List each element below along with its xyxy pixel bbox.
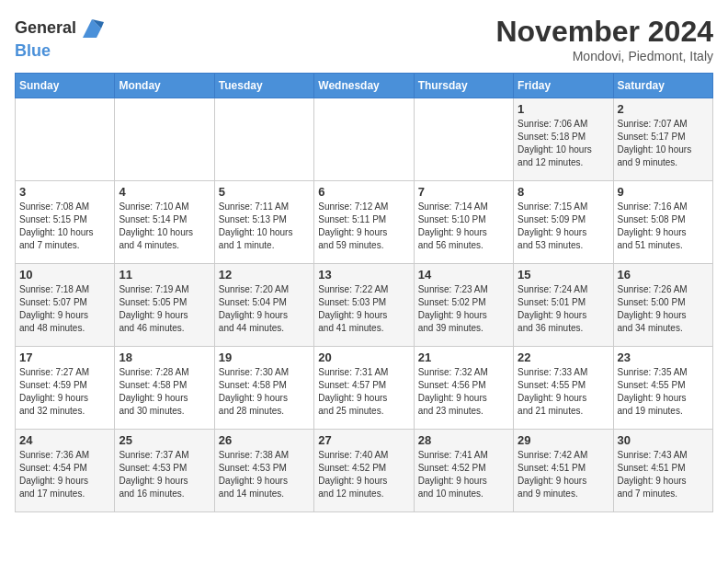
calendar-cell: 18Sunrise: 7:28 AM Sunset: 4:58 PM Dayli… [115, 347, 214, 430]
day-number: 17 [19, 350, 110, 364]
calendar-cell [16, 98, 115, 181]
day-info: Sunrise: 7:31 AM Sunset: 4:57 PM Dayligh… [318, 366, 409, 418]
day-info: Sunrise: 7:19 AM Sunset: 5:05 PM Dayligh… [119, 283, 210, 335]
calendar-cell: 23Sunrise: 7:35 AM Sunset: 4:55 PM Dayli… [613, 347, 712, 430]
day-info: Sunrise: 7:42 AM Sunset: 4:51 PM Dayligh… [518, 449, 609, 500]
weekday-header-tuesday: Tuesday [214, 74, 313, 98]
calendar-cell: 7Sunrise: 7:14 AM Sunset: 5:10 PM Daylig… [414, 181, 513, 264]
day-number: 16 [618, 268, 709, 282]
day-info: Sunrise: 7:27 AM Sunset: 4:59 PM Dayligh… [19, 366, 110, 418]
day-info: Sunrise: 7:43 AM Sunset: 4:51 PM Dayligh… [618, 449, 709, 500]
calendar-cell: 25Sunrise: 7:37 AM Sunset: 4:53 PM Dayli… [115, 430, 214, 512]
title-area: November 2024 Mondovi, Piedmont, Italy [495, 15, 713, 63]
day-info: Sunrise: 7:10 AM Sunset: 5:14 PM Dayligh… [119, 201, 210, 252]
day-number: 9 [618, 185, 709, 199]
day-info: Sunrise: 7:28 AM Sunset: 4:58 PM Dayligh… [119, 366, 210, 418]
day-number: 6 [318, 185, 409, 199]
calendar-cell: 19Sunrise: 7:30 AM Sunset: 4:58 PM Dayli… [214, 347, 313, 430]
header: General Blue November 2024 Mondovi, Pied… [15, 15, 713, 63]
calendar-cell: 26Sunrise: 7:38 AM Sunset: 4:53 PM Dayli… [214, 430, 313, 512]
logo: General Blue [15, 15, 106, 61]
day-number: 30 [618, 433, 709, 447]
day-number: 2 [618, 102, 709, 116]
weekday-header-thursday: Thursday [414, 74, 513, 98]
calendar-cell: 8Sunrise: 7:15 AM Sunset: 5:09 PM Daylig… [514, 181, 613, 264]
day-info: Sunrise: 7:18 AM Sunset: 5:07 PM Dayligh… [19, 283, 110, 335]
day-number: 27 [318, 433, 409, 447]
week-row-2: 3Sunrise: 7:08 AM Sunset: 5:15 PM Daylig… [16, 181, 713, 264]
logo-general: General [15, 19, 76, 38]
day-number: 14 [418, 268, 509, 282]
day-info: Sunrise: 7:41 AM Sunset: 4:52 PM Dayligh… [418, 449, 509, 500]
calendar-cell: 27Sunrise: 7:40 AM Sunset: 4:52 PM Dayli… [314, 430, 414, 512]
day-number: 29 [518, 433, 609, 447]
day-info: Sunrise: 7:37 AM Sunset: 4:53 PM Dayligh… [119, 449, 210, 500]
calendar-cell: 28Sunrise: 7:41 AM Sunset: 4:52 PM Dayli… [414, 430, 513, 512]
day-number: 3 [19, 185, 110, 199]
calendar-cell: 2Sunrise: 7:07 AM Sunset: 5:17 PM Daylig… [613, 98, 712, 181]
calendar-cell: 3Sunrise: 7:08 AM Sunset: 5:15 PM Daylig… [16, 181, 115, 264]
calendar-cell [314, 98, 414, 181]
day-number: 18 [119, 350, 210, 364]
day-number: 25 [119, 433, 210, 447]
day-number: 11 [119, 268, 210, 282]
calendar-cell: 29Sunrise: 7:42 AM Sunset: 4:51 PM Dayli… [514, 430, 613, 512]
day-number: 19 [219, 350, 310, 364]
calendar-cell: 15Sunrise: 7:24 AM Sunset: 5:01 PM Dayli… [514, 264, 613, 347]
day-info: Sunrise: 7:07 AM Sunset: 5:17 PM Dayligh… [618, 118, 709, 169]
calendar-cell: 4Sunrise: 7:10 AM Sunset: 5:14 PM Daylig… [115, 181, 214, 264]
day-info: Sunrise: 7:26 AM Sunset: 5:00 PM Dayligh… [618, 283, 709, 335]
day-number: 12 [219, 268, 310, 282]
day-info: Sunrise: 7:14 AM Sunset: 5:10 PM Dayligh… [418, 201, 509, 252]
weekday-header-wednesday: Wednesday [314, 74, 414, 98]
day-info: Sunrise: 7:40 AM Sunset: 4:52 PM Dayligh… [318, 449, 409, 500]
week-row-3: 10Sunrise: 7:18 AM Sunset: 5:07 PM Dayli… [16, 264, 713, 347]
day-info: Sunrise: 7:08 AM Sunset: 5:15 PM Dayligh… [19, 201, 110, 252]
calendar-cell: 17Sunrise: 7:27 AM Sunset: 4:59 PM Dayli… [16, 347, 115, 430]
day-number: 26 [219, 433, 310, 447]
logo-icon [78, 15, 106, 42]
day-number: 23 [618, 350, 709, 364]
calendar-cell: 21Sunrise: 7:32 AM Sunset: 4:56 PM Dayli… [414, 347, 513, 430]
calendar-cell: 5Sunrise: 7:11 AM Sunset: 5:13 PM Daylig… [214, 181, 313, 264]
day-info: Sunrise: 7:06 AM Sunset: 5:18 PM Dayligh… [518, 118, 609, 169]
day-number: 8 [518, 185, 609, 199]
calendar-cell: 16Sunrise: 7:26 AM Sunset: 5:00 PM Dayli… [613, 264, 712, 347]
day-number: 5 [219, 185, 310, 199]
day-number: 15 [518, 268, 609, 282]
day-info: Sunrise: 7:16 AM Sunset: 5:08 PM Dayligh… [618, 201, 709, 252]
week-row-4: 17Sunrise: 7:27 AM Sunset: 4:59 PM Dayli… [16, 347, 713, 430]
weekday-header-sunday: Sunday [16, 74, 115, 98]
weekday-header-saturday: Saturday [613, 74, 712, 98]
calendar-cell: 22Sunrise: 7:33 AM Sunset: 4:55 PM Dayli… [514, 347, 613, 430]
calendar-cell: 12Sunrise: 7:20 AM Sunset: 5:04 PM Dayli… [214, 264, 313, 347]
day-number: 24 [19, 433, 110, 447]
calendar-cell: 1Sunrise: 7:06 AM Sunset: 5:18 PM Daylig… [514, 98, 613, 181]
day-number: 1 [518, 102, 609, 116]
day-info: Sunrise: 7:23 AM Sunset: 5:02 PM Dayligh… [418, 283, 509, 335]
calendar-table: SundayMondayTuesdayWednesdayThursdayFrid… [15, 73, 713, 512]
calendar-cell [214, 98, 313, 181]
calendar-cell [115, 98, 214, 181]
day-number: 13 [318, 268, 409, 282]
day-info: Sunrise: 7:20 AM Sunset: 5:04 PM Dayligh… [219, 283, 310, 335]
day-number: 21 [418, 350, 509, 364]
calendar-cell: 13Sunrise: 7:22 AM Sunset: 5:03 PM Dayli… [314, 264, 414, 347]
day-info: Sunrise: 7:22 AM Sunset: 5:03 PM Dayligh… [318, 283, 409, 335]
day-number: 22 [518, 350, 609, 364]
calendar-cell: 10Sunrise: 7:18 AM Sunset: 5:07 PM Dayli… [16, 264, 115, 347]
day-info: Sunrise: 7:36 AM Sunset: 4:54 PM Dayligh… [19, 449, 110, 500]
day-info: Sunrise: 7:33 AM Sunset: 4:55 PM Dayligh… [518, 366, 609, 418]
week-row-5: 24Sunrise: 7:36 AM Sunset: 4:54 PM Dayli… [16, 430, 713, 512]
day-info: Sunrise: 7:38 AM Sunset: 4:53 PM Dayligh… [219, 449, 310, 500]
calendar-cell: 30Sunrise: 7:43 AM Sunset: 4:51 PM Dayli… [613, 430, 712, 512]
day-info: Sunrise: 7:30 AM Sunset: 4:58 PM Dayligh… [219, 366, 310, 418]
day-info: Sunrise: 7:15 AM Sunset: 5:09 PM Dayligh… [518, 201, 609, 252]
day-info: Sunrise: 7:32 AM Sunset: 4:56 PM Dayligh… [418, 366, 509, 418]
calendar-cell [414, 98, 513, 181]
calendar-subtitle: Mondovi, Piedmont, Italy [495, 49, 713, 63]
day-number: 28 [418, 433, 509, 447]
day-info: Sunrise: 7:11 AM Sunset: 5:13 PM Dayligh… [219, 201, 310, 252]
weekday-header-row: SundayMondayTuesdayWednesdayThursdayFrid… [16, 74, 713, 98]
week-row-1: 1Sunrise: 7:06 AM Sunset: 5:18 PM Daylig… [16, 98, 713, 181]
